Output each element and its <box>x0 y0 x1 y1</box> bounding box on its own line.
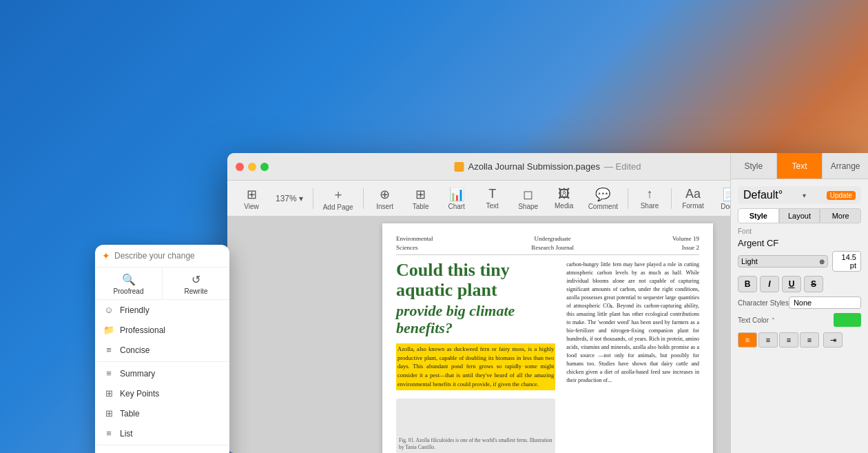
toolbar-media[interactable]: 🖼 Media <box>547 184 581 212</box>
sub-tab-more[interactable]: More <box>820 208 861 223</box>
tab-text[interactable]: Text <box>777 153 823 179</box>
ai-action-buttons: 🔍 Proofread ↺ Rewrite <box>95 268 229 300</box>
sub-tabs: Style Layout More <box>738 208 861 223</box>
key-points-icon: ⊞ <box>103 388 114 399</box>
font-name: Argent CF <box>738 238 861 248</box>
align-buttons-row: ≡ ≡ ≡ ≡ ⇥ <box>738 332 861 348</box>
align-left-button[interactable]: ≡ <box>738 332 757 348</box>
default-style-row: Default° ▾ Update <box>738 186 861 204</box>
ai-divider-2 <box>95 445 229 445</box>
format-buttons: B I U S <box>738 276 861 292</box>
toolbar-table[interactable]: ⊞ Table <box>404 184 438 213</box>
align-right-button[interactable]: ≡ <box>779 332 798 348</box>
maximize-button[interactable] <box>260 163 269 171</box>
toolbar-view[interactable]: ⊞ View <box>234 184 269 213</box>
article-subtitle: provide big climate benefits? <box>396 303 555 336</box>
text-color-text: Text Color <box>738 316 769 324</box>
panel-content: Default° ▾ Update Style Layout More Font… <box>731 179 868 352</box>
tab-arrange[interactable]: Arrange <box>823 153 868 179</box>
chart-icon: 📊 <box>449 187 464 202</box>
menu-item-summary[interactable]: ≡ Summary <box>95 363 229 383</box>
menu-item-professional[interactable]: 📁 Professional <box>95 320 229 340</box>
toolbar-comment[interactable]: 💬 Comment <box>583 184 623 213</box>
header-right: Volume 19 Issue 2 <box>672 234 699 252</box>
proofread-button[interactable]: 🔍 Proofread <box>95 268 163 299</box>
strikethrough-button[interactable]: S <box>804 276 823 292</box>
toolbar-insert[interactable]: ⊕ Insert <box>368 184 402 213</box>
menu-item-list[interactable]: ≡ List <box>95 423 229 443</box>
font-style-value: Light <box>741 257 758 265</box>
tab-text-label: Text <box>792 161 807 171</box>
professional-icon: 📁 <box>103 325 114 335</box>
share-label: Share <box>641 202 659 210</box>
underline-button[interactable]: U <box>782 276 801 292</box>
font-size-value: 14.5 pt <box>842 253 856 270</box>
proofread-icon: 🔍 <box>122 273 136 286</box>
view-icon: ⊞ <box>247 187 257 202</box>
window-title: Azolla Journal Submission.pages <box>468 161 601 172</box>
sub-tab-layout[interactable]: Layout <box>779 208 820 223</box>
align-justify-button[interactable]: ≡ <box>800 332 819 348</box>
font-style-row: Light ⊕ 14.5 pt <box>738 251 861 272</box>
menu-item-concise[interactable]: ≡ Concise <box>95 340 229 360</box>
tab-style[interactable]: Style <box>731 153 777 179</box>
menu-item-key-points[interactable]: ⊞ Key Points <box>95 383 229 403</box>
indent-button[interactable]: ⇥ <box>823 332 843 348</box>
ai-divider-1 <box>95 361 229 362</box>
minimize-button[interactable] <box>248 163 256 171</box>
bold-button[interactable]: B <box>738 276 757 292</box>
toolbar-separator-4 <box>671 188 672 209</box>
text-color-label: Text Color ⌃ <box>738 316 776 324</box>
font-style-select[interactable]: Light ⊕ <box>738 255 828 268</box>
italic-button[interactable]: I <box>760 276 779 292</box>
panel-tabs: Style Text Arrange <box>731 153 868 179</box>
insert-label: Insert <box>376 203 393 210</box>
tab-style-label: Style <box>744 161 763 171</box>
figure-area: Fig. 01. Azolla filiculoides is one of t… <box>396 399 555 454</box>
header-left-line1: Environmental Sciences <box>396 234 433 252</box>
update-badge: Update <box>827 191 856 200</box>
share-icon: ↑ <box>647 187 653 201</box>
ai-describe-input[interactable] <box>114 251 223 261</box>
toolbar-separator-1 <box>313 188 313 209</box>
character-styles-row: Character Styles None <box>738 296 861 309</box>
concise-icon: ≡ <box>103 345 114 355</box>
figure-caption: Fig. 01. Azolla filiculoides is one of t… <box>399 437 552 451</box>
menu-item-table[interactable]: ⊞ Table <box>95 403 229 423</box>
default-style-label: Default° <box>743 189 783 201</box>
menu-item-compose[interactable]: ✏ Compose… <box>95 447 229 453</box>
add-page-icon: ＋ <box>332 186 344 203</box>
shape-icon: ◻ <box>523 187 533 202</box>
char-styles-select[interactable]: None <box>789 296 861 309</box>
toolbar-format[interactable]: Aa Format <box>676 184 710 212</box>
align-center-button[interactable]: ≡ <box>758 332 778 348</box>
toolbar-share[interactable]: ↑ Share <box>632 184 667 212</box>
toolbar-zoom[interactable]: 137% ▾ <box>270 191 309 206</box>
font-size-box[interactable]: 14.5 pt <box>832 251 861 272</box>
text-color-swatch[interactable] <box>834 313 861 327</box>
toolbar-add-page[interactable]: ＋ Add Page <box>318 183 359 214</box>
sub-tab-style[interactable]: Style <box>738 208 779 223</box>
close-button[interactable] <box>236 163 244 171</box>
rewrite-icon: ↺ <box>192 273 200 286</box>
menu-item-friendly[interactable]: ☺ Friendly <box>95 300 229 320</box>
comment-label: Comment <box>588 203 618 210</box>
toolbar-text[interactable]: T Text <box>475 184 510 212</box>
chart-label: Chart <box>448 203 464 210</box>
toolbar-shape[interactable]: ◻ Shape <box>511 184 546 213</box>
summary-label: Summary <box>120 369 155 379</box>
zoom-chevron: ▾ <box>299 194 303 203</box>
concise-label: Concise <box>120 345 149 355</box>
rewrite-button[interactable]: ↺ Rewrite <box>163 268 229 299</box>
document-page[interactable]: Environmental Sciences Undergraduate Res… <box>382 223 713 453</box>
header-center-text: Undergraduate Research Journal <box>531 234 574 252</box>
text-label: Text <box>486 202 498 210</box>
char-styles-value: None <box>794 299 812 307</box>
traffic-lights <box>236 163 269 171</box>
default-chevron: ▾ <box>803 192 806 199</box>
font-section: Font Argent CF Light ⊕ 14.5 pt <box>738 228 861 272</box>
ai-rewrite-panel: ✦ 🔍 Proofread ↺ Rewrite ☺ Friendly 📁 Pro… <box>95 245 229 453</box>
zoom-value: 137% <box>276 194 297 203</box>
comment-icon: 💬 <box>595 187 610 202</box>
toolbar-chart[interactable]: 📊 Chart <box>440 184 474 213</box>
